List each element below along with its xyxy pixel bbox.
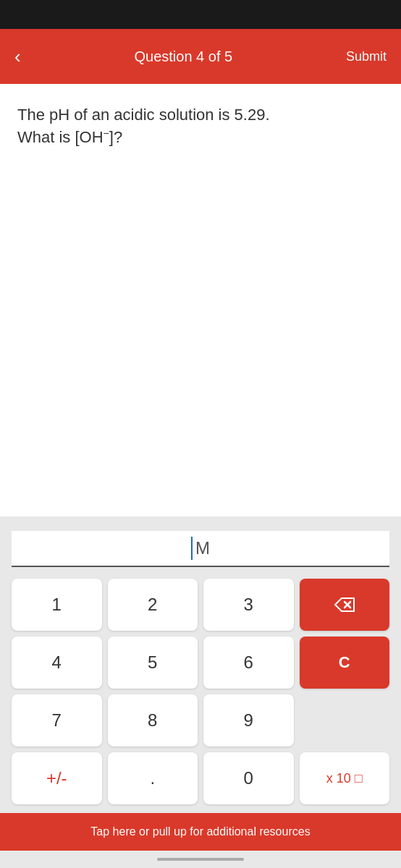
backspace-icon (334, 597, 355, 613)
header: ‹ Question 4 of 5 Submit (0, 29, 401, 84)
cursor (191, 537, 193, 560)
question-line1: The pH of an acidic solution is 5.29. (17, 106, 270, 124)
home-indicator-bar (157, 858, 244, 861)
key-4[interactable]: 4 (12, 637, 102, 689)
key-5[interactable]: 5 (108, 637, 198, 689)
question-close: ]? (109, 128, 122, 146)
question-line2: What is [OH (17, 128, 104, 146)
display-unit: M (195, 538, 210, 558)
status-bar (0, 0, 401, 29)
key-1[interactable]: 1 (12, 579, 102, 631)
key-6[interactable]: 6 (203, 637, 294, 689)
key-plus-minus[interactable]: +/- (12, 752, 102, 804)
key-2[interactable]: 2 (108, 579, 198, 631)
question-superscript: − (104, 127, 109, 139)
bottom-bar[interactable]: Tap here or pull up for additional resou… (0, 813, 401, 851)
key-decimal[interactable]: . (108, 752, 198, 804)
key-3[interactable]: 3 (203, 579, 294, 631)
bottom-bar-label: Tap here or pull up for additional resou… (90, 825, 310, 838)
key-x10[interactable]: x 10 □ (300, 752, 390, 804)
calc-display: M (12, 531, 389, 567)
clear-button[interactable]: C (300, 637, 390, 689)
backspace-button[interactable] (300, 579, 390, 631)
key-0[interactable]: 0 (203, 752, 294, 804)
submit-button[interactable]: Submit (346, 49, 387, 64)
key-7[interactable]: 7 (12, 694, 102, 746)
back-button[interactable]: ‹ (14, 47, 21, 66)
main-content: The pH of an acidic solution is 5.29. Wh… (0, 84, 401, 516)
home-indicator (0, 851, 401, 868)
key-9[interactable]: 9 (203, 694, 294, 746)
calculator-area: M 1 2 3 4 5 6 C 7 8 9 +/- . 0 x 10 □ (0, 516, 401, 813)
question-text: The pH of an acidic solution is 5.29. Wh… (17, 104, 384, 149)
question-progress: Question 4 of 5 (134, 48, 232, 65)
key-8[interactable]: 8 (108, 694, 198, 746)
keypad: 1 2 3 4 5 6 C 7 8 9 +/- . 0 x 10 □ (12, 579, 389, 804)
